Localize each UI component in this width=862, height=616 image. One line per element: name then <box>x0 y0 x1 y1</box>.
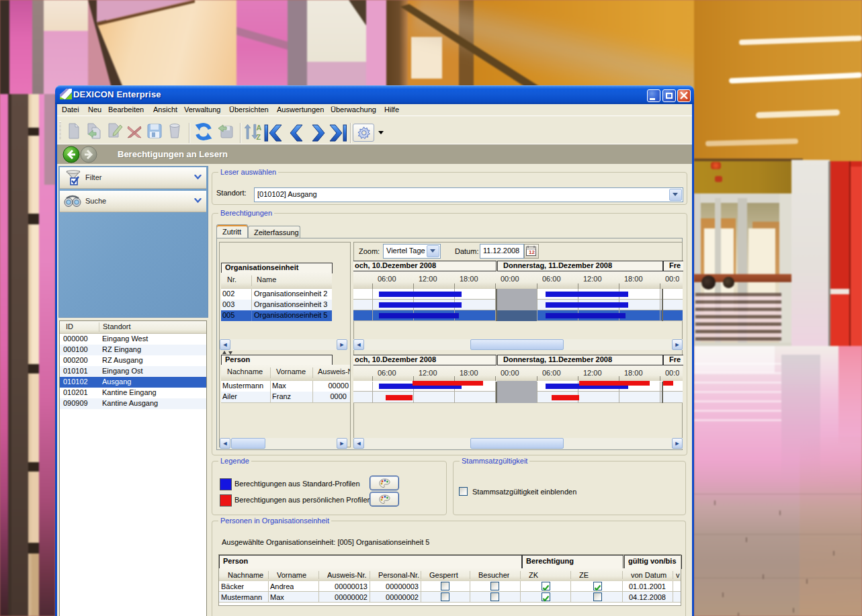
svg-text:Z: Z <box>256 133 261 141</box>
svg-text:A: A <box>256 124 261 132</box>
svg-text:12: 12 <box>529 249 535 255</box>
